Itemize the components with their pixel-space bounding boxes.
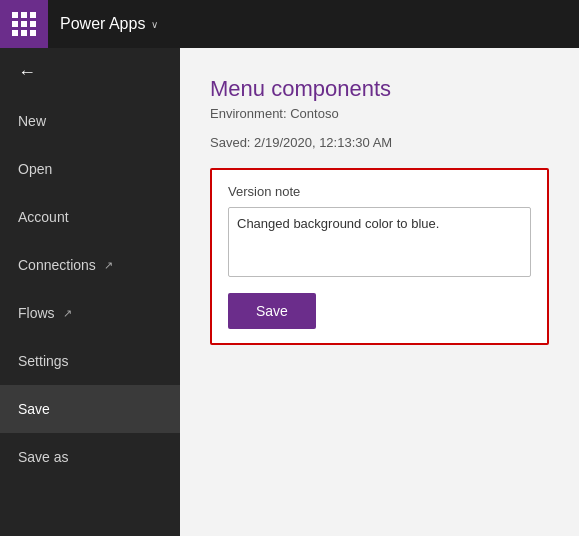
- sidebar-item-flows[interactable]: Flows ↗: [0, 289, 180, 337]
- sidebar-item-label: Account: [18, 209, 69, 225]
- back-button[interactable]: ←: [0, 48, 180, 97]
- app-name-label: Power Apps: [60, 15, 145, 33]
- version-note-label: Version note: [228, 184, 531, 199]
- sidebar-item-open[interactable]: Open: [0, 145, 180, 193]
- external-link-icon: ↗: [63, 307, 72, 320]
- external-link-icon: ↗: [104, 259, 113, 272]
- sidebar-item-label: Connections: [18, 257, 96, 273]
- back-arrow-icon: ←: [18, 62, 36, 82]
- sidebar-item-label: Settings: [18, 353, 69, 369]
- waffle-icon: [12, 12, 36, 36]
- sidebar-item-settings[interactable]: Settings: [0, 337, 180, 385]
- version-note-input[interactable]: Changed background color to blue.: [228, 207, 531, 277]
- sidebar-item-label: Save as: [18, 449, 69, 465]
- sidebar-item-new[interactable]: New: [0, 97, 180, 145]
- page-title: Menu components: [210, 76, 549, 102]
- sidebar-item-label: Flows: [18, 305, 55, 321]
- save-button[interactable]: Save: [228, 293, 316, 329]
- version-note-box: Version note Changed background color to…: [210, 168, 549, 345]
- app-title: Power Apps ∨: [60, 15, 158, 33]
- saved-label: Saved: 2/19/2020, 12:13:30 AM: [210, 135, 549, 150]
- top-bar: Power Apps ∨: [0, 0, 579, 48]
- sidebar-item-save-as[interactable]: Save as: [0, 433, 180, 481]
- main-content: Menu components Environment: Contoso Sav…: [180, 48, 579, 536]
- environment-label: Environment: Contoso: [210, 106, 549, 121]
- sidebar-item-label: New: [18, 113, 46, 129]
- sidebar-item-account[interactable]: Account: [0, 193, 180, 241]
- sidebar-item-save[interactable]: Save: [0, 385, 180, 433]
- sidebar: ← New Open Account Connections ↗ Flows ↗…: [0, 48, 180, 536]
- waffle-button[interactable]: [0, 0, 48, 48]
- sidebar-item-connections[interactable]: Connections ↗: [0, 241, 180, 289]
- chevron-down-icon[interactable]: ∨: [151, 19, 158, 30]
- sidebar-item-label: Open: [18, 161, 52, 177]
- sidebar-item-label: Save: [18, 401, 50, 417]
